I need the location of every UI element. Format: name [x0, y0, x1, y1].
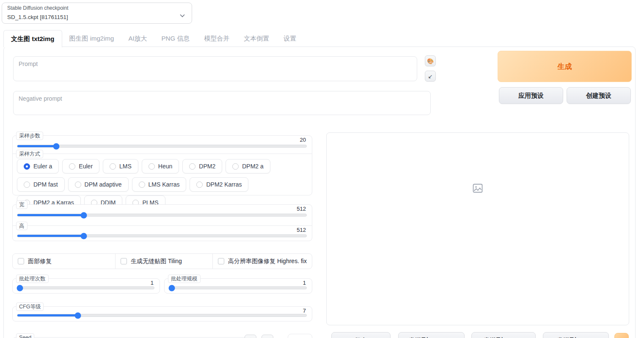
- height-value: 512: [297, 227, 306, 233]
- width-slider[interactable]: [17, 214, 307, 217]
- checkpoint-dropdown[interactable]: Stable Diffusion checkpoint SD_1.5.ckpt …: [2, 3, 192, 24]
- tab-checkpoint-merger[interactable]: 模型合并: [197, 30, 237, 47]
- tiling-checkbox-cell[interactable]: 生成无缝贴图 Tiling: [115, 254, 212, 269]
- cfg-slider[interactable]: [17, 314, 307, 317]
- dimensions-form: 宽 512 高 512: [12, 204, 312, 241]
- sampler-option-dpm-fast[interactable]: DPM fast: [17, 177, 65, 192]
- tab-textual-inversion[interactable]: 文本倒置: [237, 30, 276, 47]
- sampler-option-lms-karras[interactable]: LMS Karras: [132, 177, 187, 192]
- radio-icon: [189, 163, 195, 170]
- sampler-option-euler[interactable]: Euler: [62, 159, 99, 173]
- arrow-down-left-icon: ↙: [428, 73, 433, 80]
- apply-preset-button[interactable]: 应用预设: [499, 87, 563, 104]
- batch-size-slider-row: 批处理规模 1: [165, 279, 312, 294]
- batch-size-slider[interactable]: [169, 286, 307, 289]
- sampler-option-dpm2[interactable]: DPM2: [182, 159, 222, 173]
- checkbox-icon[interactable]: [18, 258, 24, 264]
- batch-count-slider-handle[interactable]: [17, 285, 23, 291]
- steps-slider[interactable]: [17, 145, 307, 148]
- tab-txt2img[interactable]: 文生图 txt2img: [3, 30, 62, 47]
- tab-png-info[interactable]: PNG 信息: [154, 30, 197, 47]
- tab-ai-upscale[interactable]: AI放大: [121, 30, 154, 47]
- sampler-option-dpm-adaptive[interactable]: DPM adaptive: [68, 177, 129, 192]
- radio-icon: [110, 163, 116, 170]
- send-to-inpaint-button[interactable]: 发送到inpaint: [471, 332, 536, 338]
- sampler-label: 采样方式: [16, 150, 43, 158]
- radio-icon: [139, 181, 145, 188]
- batch-count-slider[interactable]: [17, 286, 154, 289]
- checkbox-icon[interactable]: [218, 258, 224, 264]
- sampler-option-heun[interactable]: Heun: [142, 159, 179, 173]
- sampler-option-label: DPM adaptive: [85, 181, 122, 188]
- prompt-input[interactable]: [13, 56, 417, 81]
- steps-value: 20: [300, 137, 306, 143]
- generate-button[interactable]: 生成: [498, 51, 632, 82]
- random-seed-button[interactable]: 🎲: [245, 335, 256, 338]
- tiling-label: 生成无缝贴图 Tiling: [131, 258, 182, 265]
- cfg-form: CFG等级 7: [12, 306, 312, 322]
- send-to-extras-button[interactable]: 发送到extras: [543, 332, 609, 338]
- batch-size-slider-handle[interactable]: [169, 285, 175, 291]
- width-slider-row: 宽 512: [13, 205, 312, 225]
- batch-size-value: 1: [303, 280, 306, 286]
- save-button[interactable]: 保存: [331, 332, 391, 338]
- partial-orange-button[interactable]: [614, 333, 629, 338]
- sampler-option-label: DPM2 Karras: [206, 181, 242, 188]
- output-gallery: [326, 132, 629, 325]
- sampler-option-dpm2-karras[interactable]: DPM2 Karras: [190, 177, 248, 192]
- radio-checked-icon: [24, 163, 30, 170]
- batch-count-form: 批处理次数 1: [12, 278, 160, 294]
- sampler-option-lms[interactable]: LMS: [103, 159, 138, 173]
- sampler-option-euler-a[interactable]: Euler a: [17, 159, 59, 173]
- tab-settings[interactable]: 设置: [276, 30, 303, 47]
- radio-icon: [24, 181, 30, 188]
- radio-icon: [75, 181, 81, 188]
- cfg-slider-handle[interactable]: [75, 312, 81, 319]
- palette-icon: 🎨: [427, 58, 434, 64]
- tab-img2img[interactable]: 图生图 img2img: [62, 30, 121, 47]
- cfg-label: CFG等级: [16, 302, 44, 311]
- steps-slider-fill: [17, 145, 56, 147]
- sampler-option-label: Heun: [158, 163, 172, 170]
- sampler-row: 采样方式 Euler a Euler LMS Heun: [13, 154, 312, 195]
- restore-options-form: 面部修复 生成无缝贴图 Tiling 高分辨率图像修复 Highres. fix: [12, 253, 312, 269]
- radio-icon: [232, 163, 239, 170]
- sampler-option-label: DPM fast: [33, 181, 58, 188]
- checkbox-icon[interactable]: [121, 258, 127, 264]
- sampler-options: Euler a Euler LMS Heun DPM2: [17, 159, 308, 210]
- chevron-down-icon: [180, 11, 185, 19]
- steps-slider-handle[interactable]: [53, 143, 60, 149]
- checkpoint-value: SD_1.5.ckpt [81761151]: [7, 14, 68, 20]
- cfg-slider-row: CFG等级 7: [13, 307, 312, 322]
- checkpoint-label: Stable Diffusion checkpoint: [7, 5, 69, 11]
- cfg-slider-fill: [17, 314, 78, 316]
- highres-fix-checkbox-cell[interactable]: 高分辨率图像修复 Highres. fix: [212, 254, 312, 269]
- face-restore-checkbox-cell[interactable]: 面部修复: [13, 254, 115, 269]
- sampler-option-label: DPM2: [199, 163, 215, 170]
- sampler-option-label: Euler a: [33, 163, 52, 170]
- face-restore-label: 面部修复: [28, 258, 52, 265]
- txt2img-panel: 🎨 ↙ 生成 应用预设 创建预设 采样步数 20 采样方式 Euler a: [3, 47, 636, 338]
- reuse-seed-button[interactable]: ♻: [261, 335, 273, 338]
- width-slider-handle[interactable]: [81, 212, 87, 218]
- width-value: 512: [297, 206, 306, 212]
- paste-arrow-button[interactable]: ↙: [425, 71, 436, 82]
- cfg-value: 7: [303, 308, 306, 314]
- create-preset-button[interactable]: 创建预设: [567, 87, 631, 104]
- sampling-form: 采样步数 20 采样方式 Euler a Euler LMS: [12, 135, 312, 195]
- image-placeholder-icon: [473, 184, 483, 195]
- seed-label: Seed: [16, 333, 34, 338]
- highres-fix-label: 高分辨率图像修复 Highres. fix: [228, 258, 307, 265]
- batch-count-label: 批处理次数: [16, 275, 49, 283]
- height-slider-handle[interactable]: [81, 233, 87, 239]
- height-slider[interactable]: [17, 234, 307, 237]
- sampler-option-dpm2-a[interactable]: DPM2 a: [226, 159, 270, 173]
- sampler-option-label: Euler: [79, 163, 93, 170]
- negative-prompt-input[interactable]: [13, 91, 431, 115]
- seed-extra-panel[interactable]: [288, 334, 312, 338]
- send-to-img2img-button[interactable]: 发送到img2img: [398, 332, 465, 338]
- radio-icon: [149, 163, 155, 170]
- width-slider-fill: [17, 214, 84, 216]
- sampler-option-label: LMS Karras: [149, 181, 180, 188]
- style-palette-button[interactable]: 🎨: [425, 55, 436, 66]
